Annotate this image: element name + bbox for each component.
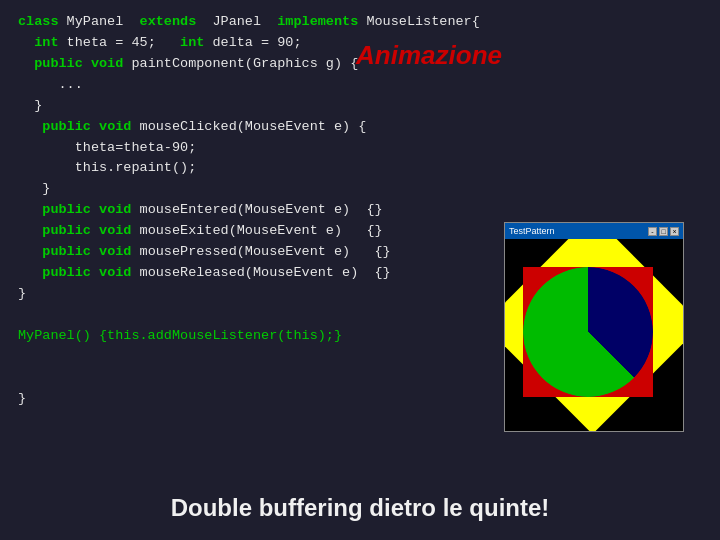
bottom-text: Double buffering dietro le quinte! <box>18 484 702 528</box>
preview-window: TestPattern - □ × <box>504 222 684 432</box>
animazione-label: Animazione <box>356 40 502 71</box>
pie-chart <box>523 267 653 397</box>
preview-titlebar: TestPattern - □ × <box>505 223 683 239</box>
minimize-button[interactable]: - <box>648 227 657 236</box>
maximize-button[interactable]: □ <box>659 227 668 236</box>
preview-title: TestPattern <box>509 226 555 236</box>
pie-slice <box>523 267 653 397</box>
preview-titlebar-buttons: - □ × <box>648 227 679 236</box>
close-button[interactable]: × <box>670 227 679 236</box>
preview-canvas <box>505 239 683 431</box>
main-container: class MyPanel extends JPanel implements … <box>0 0 720 540</box>
code-area: class MyPanel extends JPanel implements … <box>18 12 702 484</box>
